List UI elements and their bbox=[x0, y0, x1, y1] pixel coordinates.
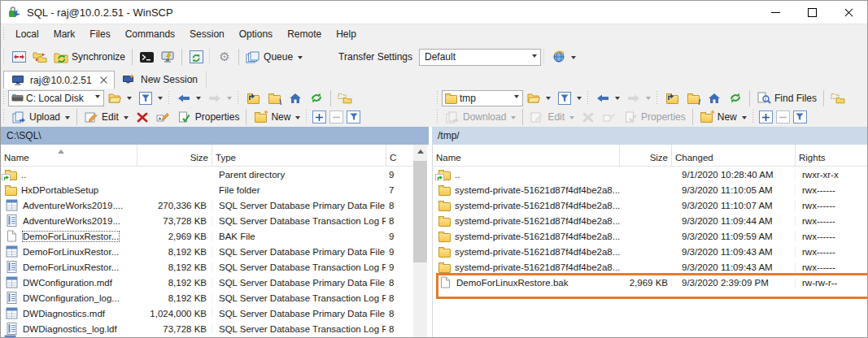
table-row[interactable]: DemoForLinuxRestor... 8,192 KB SQL Serve… bbox=[1, 259, 413, 275]
open-directory-button[interactable] bbox=[104, 90, 135, 106]
upload-button[interactable]: Upload bbox=[8, 109, 73, 125]
new-button[interactable]: New bbox=[696, 109, 750, 125]
open-in-putty-button[interactable] bbox=[157, 49, 178, 65]
delete-button[interactable] bbox=[132, 109, 153, 125]
select-add-button[interactable] bbox=[312, 110, 326, 124]
column-header-changed[interactable]: C bbox=[386, 145, 407, 166]
menu-options[interactable]: Options bbox=[232, 24, 280, 44]
selection-filter-button[interactable] bbox=[793, 110, 807, 124]
preferences-button[interactable]: ⚙ bbox=[214, 49, 235, 65]
tab-close-icon[interactable] bbox=[100, 76, 107, 84]
local-path-bar[interactable]: C:\SQL\ bbox=[1, 127, 429, 145]
column-header-name[interactable]: Name bbox=[433, 145, 620, 166]
table-row[interactable]: .. Parent directory 9 bbox=[1, 167, 413, 182]
column-header-size[interactable]: Size bbox=[620, 145, 672, 166]
parent-directory-button[interactable] bbox=[661, 90, 683, 106]
remote-path-bar[interactable]: /tmp/ bbox=[432, 127, 867, 145]
rename-button[interactable] bbox=[599, 109, 620, 125]
new-button[interactable]: New bbox=[250, 109, 303, 125]
parent-directory-button[interactable] bbox=[242, 90, 264, 106]
chevron-down-icon bbox=[510, 91, 522, 106]
properties-button[interactable]: Properties bbox=[620, 109, 689, 125]
table-row[interactable]: AdventureWorks2019... 73,728 KB SQL Serv… bbox=[1, 213, 413, 228]
column-header-size[interactable]: Size bbox=[137, 145, 212, 166]
column-header-rights[interactable]: Rights bbox=[796, 145, 857, 166]
scrollbar-up-icon[interactable] bbox=[413, 145, 427, 158]
minimize-button[interactable] bbox=[757, 1, 794, 24]
select-add-button[interactable] bbox=[759, 110, 773, 124]
session-color-button[interactable] bbox=[548, 49, 579, 65]
home-directory-button[interactable] bbox=[285, 90, 306, 106]
home-directory-button[interactable] bbox=[704, 90, 725, 106]
table-row[interactable]: DWConfiguration.mdf 8,192 KB SQL Server … bbox=[1, 275, 413, 290]
rename-button[interactable] bbox=[153, 109, 174, 125]
table-row[interactable]: .. 9/1/2020 10:28:40 AM rwxr-xr-x bbox=[433, 167, 867, 182]
open-console-button[interactable] bbox=[136, 49, 157, 65]
refresh-button[interactable] bbox=[725, 90, 746, 106]
back-button[interactable] bbox=[592, 90, 623, 106]
close-button[interactable] bbox=[831, 1, 867, 24]
back-button[interactable] bbox=[173, 90, 204, 106]
file-changed: 8 bbox=[386, 324, 407, 334]
find-files-button[interactable]: Find Files bbox=[753, 90, 820, 106]
root-directory-button[interactable]: / bbox=[683, 90, 704, 106]
refresh-button[interactable] bbox=[306, 90, 327, 106]
maximize-button[interactable] bbox=[794, 1, 831, 24]
remote-path: /tmp/ bbox=[438, 130, 460, 141]
table-row[interactable]: systemd-private-51621d87f4df4be2a8... 9/… bbox=[433, 259, 867, 275]
table-row-highlighted[interactable]: DemoForLinuxRestore.bak 2,969 KB 9/3/202… bbox=[433, 275, 867, 290]
edit-button[interactable]: Edit bbox=[526, 109, 578, 125]
menu-session[interactable]: Session bbox=[182, 24, 232, 44]
refresh-session-button[interactable] bbox=[185, 49, 207, 65]
column-header-changed[interactable]: Changed bbox=[672, 145, 796, 166]
properties-button[interactable]: Properties bbox=[174, 109, 243, 125]
transfer-settings-select[interactable]: Default bbox=[419, 49, 541, 66]
filter-button[interactable] bbox=[135, 90, 166, 106]
transfer-mode-button[interactable] bbox=[8, 49, 29, 65]
column-header-name[interactable]: Name bbox=[1, 145, 137, 166]
forward-button[interactable] bbox=[204, 90, 235, 106]
follow-symlinks-button[interactable] bbox=[827, 90, 848, 106]
select-remove-button[interactable] bbox=[776, 110, 790, 124]
vertical-scrollbar[interactable] bbox=[413, 145, 427, 337]
remote-directory-selector[interactable]: tmp bbox=[442, 90, 523, 106]
menu-help[interactable]: Help bbox=[329, 24, 364, 44]
column-header-type[interactable]: Type bbox=[212, 145, 386, 166]
select-remove-button[interactable] bbox=[329, 110, 343, 124]
selection-filter-button[interactable] bbox=[347, 110, 360, 124]
table-row[interactable]: systemd-private-51621d87f4df4be2a8... 9/… bbox=[433, 244, 867, 259]
scrollbar-thumb[interactable] bbox=[413, 161, 427, 262]
open-directory-button[interactable] bbox=[523, 90, 554, 106]
edit-button[interactable]: Edit bbox=[81, 109, 132, 125]
tab-new-session[interactable]: New Session bbox=[113, 71, 207, 88]
root-directory-button[interactable]: \ bbox=[264, 90, 285, 106]
winscp-window: SQL - raj@10.0.2.51 - WinSCP Local Mark … bbox=[0, 0, 868, 338]
table-row-focused[interactable]: DemoForLinuxRestor... 2,969 KB BAK File … bbox=[1, 228, 413, 244]
synchronize-browsing-button[interactable] bbox=[29, 49, 50, 65]
table-row[interactable]: systemd-private-51621d87f4df4be2a8... 9/… bbox=[433, 197, 867, 213]
follow-symlinks-button[interactable] bbox=[334, 90, 355, 106]
table-row[interactable]: DemoForLinuxRestor... 8,192 KB SQL Serve… bbox=[1, 244, 413, 259]
file-changed: 8 bbox=[386, 201, 407, 210]
menu-remote[interactable]: Remote bbox=[280, 24, 329, 44]
download-button[interactable]: Download bbox=[442, 109, 519, 125]
table-row[interactable]: systemd-private-51621d87f4df4be2a8... 9/… bbox=[433, 182, 867, 197]
synchronize-button[interactable]: Synchronize bbox=[50, 49, 129, 65]
table-row[interactable]: AdventureWorks2019.... 270,336 KB SQL Se… bbox=[1, 197, 413, 213]
table-row[interactable]: HxDPortableSetup File folder 7 bbox=[1, 182, 413, 197]
filter-button[interactable] bbox=[554, 90, 585, 106]
table-row[interactable]: DWConfiguration_log... 8,192 KB SQL Serv… bbox=[1, 290, 413, 306]
menu-files[interactable]: Files bbox=[82, 24, 117, 44]
tab-session[interactable]: raj@10.0.2.51 bbox=[3, 71, 115, 89]
menu-mark[interactable]: Mark bbox=[46, 24, 83, 44]
table-row[interactable]: systemd-private-51621d87f4df4be2a8... 9/… bbox=[433, 228, 867, 244]
forward-button[interactable] bbox=[623, 90, 654, 106]
table-row[interactable]: DWDiagnostics_log.ldf 73,728 KB SQL Serv… bbox=[1, 321, 413, 336]
menu-local[interactable]: Local bbox=[8, 24, 46, 44]
table-row[interactable]: DWDiagnostics.mdf 1,024,000 KB SQL Serve… bbox=[1, 306, 413, 321]
drive-selector[interactable]: C: Local Disk bbox=[8, 90, 104, 106]
table-row[interactable]: systemd-private-51621d87f4df4be2a8... 9/… bbox=[433, 213, 867, 228]
delete-button[interactable] bbox=[578, 109, 599, 125]
queue-button[interactable]: Queue bbox=[242, 49, 306, 65]
menu-commands[interactable]: Commands bbox=[118, 24, 182, 44]
